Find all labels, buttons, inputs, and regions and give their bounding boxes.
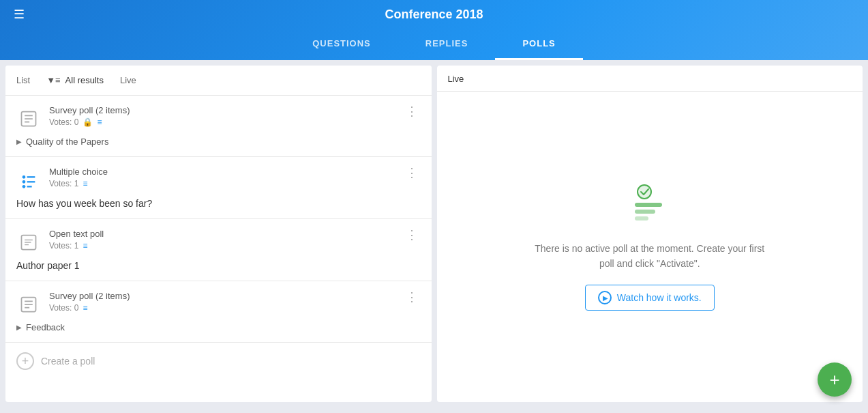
no-poll-illustration xyxy=(623,184,677,227)
watch-btn-label: Watch how it works. xyxy=(617,292,702,303)
poll-question: How has you week been so far? xyxy=(16,198,421,209)
poll-subtitle: ▶ Quality of the Papers xyxy=(16,137,421,147)
poll-votes: Votes: 0 xyxy=(49,117,78,127)
poll-item-header: Open text poll Votes: 1 ≡ ⋮ xyxy=(16,229,421,255)
svg-point-6 xyxy=(23,180,26,184)
plus-circle-icon: + xyxy=(16,352,34,370)
multiple-choice-icon xyxy=(16,168,41,193)
svg-point-4 xyxy=(23,175,26,179)
poll-type: Open text poll xyxy=(49,229,395,239)
survey-poll-icon xyxy=(16,106,41,131)
filter-icon: ≡ xyxy=(83,303,87,313)
live-tab[interactable]: Live xyxy=(120,72,136,88)
filter-icon: ▼≡ xyxy=(46,75,60,85)
nav-tabs: QUESTIONS REPLIES POLLS xyxy=(0,29,868,60)
poll-type: Survey poll (2 items) xyxy=(49,291,395,301)
polls-list: Survey poll (2 items) Votes: 0 🔒 ≡ ⋮ ▶ Q… xyxy=(5,96,432,402)
poll-info: Open text poll Votes: 1 ≡ xyxy=(49,229,395,251)
poll-meta: Votes: 1 ≡ xyxy=(49,179,395,188)
more-options-button[interactable]: ⋮ xyxy=(403,229,421,241)
svg-rect-20 xyxy=(635,203,662,207)
lock-icon: 🔒 xyxy=(83,117,93,127)
right-panel-content: There is no active poll at the moment. C… xyxy=(437,92,863,402)
create-poll-label: Create a poll xyxy=(41,356,95,367)
add-poll-fab[interactable]: + xyxy=(818,362,852,397)
poll-item: Survey poll (2 items) Votes: 0 ≡ ⋮ ▶ Fee… xyxy=(5,281,432,343)
survey-poll-icon xyxy=(16,292,41,317)
tab-polls[interactable]: POLLS xyxy=(495,29,582,60)
poll-item: Multiple choice Votes: 1 ≡ ⋮ How has you… xyxy=(5,157,432,219)
no-poll-text: There is no active poll at the moment. C… xyxy=(534,241,766,272)
poll-info: Survey poll (2 items) Votes: 0 ≡ xyxy=(49,291,395,313)
right-panel-header: Live xyxy=(437,66,863,92)
poll-info: Survey poll (2 items) Votes: 0 🔒 ≡ xyxy=(49,105,395,127)
tab-replies[interactable]: REPLIES xyxy=(398,29,496,60)
fab-icon: + xyxy=(829,369,839,390)
poll-question: Author paper 1 xyxy=(16,260,421,271)
poll-meta: Votes: 0 ≡ xyxy=(49,303,395,313)
more-options-button[interactable]: ⋮ xyxy=(403,167,421,179)
poll-votes: Votes: 1 xyxy=(49,179,78,188)
more-options-button[interactable]: ⋮ xyxy=(403,105,421,117)
open-text-icon xyxy=(16,230,41,255)
arrow-icon: ▶ xyxy=(16,138,22,145)
page-title: Conference 2018 xyxy=(385,8,483,22)
list-tab[interactable]: List xyxy=(16,72,30,88)
live-label: Live xyxy=(448,74,464,84)
poll-meta: Votes: 1 ≡ xyxy=(49,241,395,251)
hamburger-icon[interactable]: ☰ xyxy=(14,8,25,20)
poll-item-header: Multiple choice Votes: 1 ≡ ⋮ xyxy=(16,167,421,193)
poll-subtitle-text: Quality of the Papers xyxy=(26,137,108,147)
tab-questions[interactable]: QUESTIONS xyxy=(285,29,398,60)
right-panel: Live There is no active poll at the mome… xyxy=(437,66,863,402)
play-icon: ▶ xyxy=(598,291,612,304)
poll-subtitle: ▶ Feedback xyxy=(16,322,421,332)
filter-icon: ≡ xyxy=(83,179,87,188)
poll-votes: Votes: 0 xyxy=(49,303,78,313)
poll-type: Survey poll (2 items) xyxy=(49,105,395,115)
svg-rect-21 xyxy=(635,210,655,214)
panel-header: List ▼≡ All results Live xyxy=(5,66,432,96)
poll-item-header: Survey poll (2 items) Votes: 0 🔒 ≡ ⋮ xyxy=(16,105,421,131)
svg-point-8 xyxy=(23,185,26,188)
main-content: List ▼≡ All results Live xyxy=(0,60,868,408)
arrow-icon: ▶ xyxy=(16,324,22,331)
svg-rect-22 xyxy=(635,216,648,220)
poll-meta: Votes: 0 🔒 ≡ xyxy=(49,117,395,127)
filter-icon: ≡ xyxy=(97,117,102,127)
watch-how-it-works-button[interactable]: ▶ Watch how it works. xyxy=(585,285,715,311)
poll-item: Open text poll Votes: 1 ≡ ⋮ Author paper… xyxy=(5,219,432,281)
left-panel: List ▼≡ All results Live xyxy=(5,66,432,402)
poll-item-header: Survey poll (2 items) Votes: 0 ≡ ⋮ xyxy=(16,291,421,317)
header-title-bar: ☰ Conference 2018 xyxy=(0,0,868,29)
poll-votes: Votes: 1 xyxy=(49,241,78,251)
more-options-button[interactable]: ⋮ xyxy=(403,291,421,303)
all-results-tab[interactable]: ▼≡ All results xyxy=(46,72,104,88)
filter-icon: ≡ xyxy=(83,241,87,251)
header: ☰ Conference 2018 QUESTIONS REPLIES POLL… xyxy=(0,0,868,60)
poll-type: Multiple choice xyxy=(49,167,395,177)
poll-info: Multiple choice Votes: 1 ≡ xyxy=(49,167,395,188)
poll-subtitle-text: Feedback xyxy=(26,322,65,332)
create-poll-button[interactable]: + Create a poll xyxy=(5,343,432,380)
poll-item: Survey poll (2 items) Votes: 0 🔒 ≡ ⋮ ▶ Q… xyxy=(5,96,432,157)
